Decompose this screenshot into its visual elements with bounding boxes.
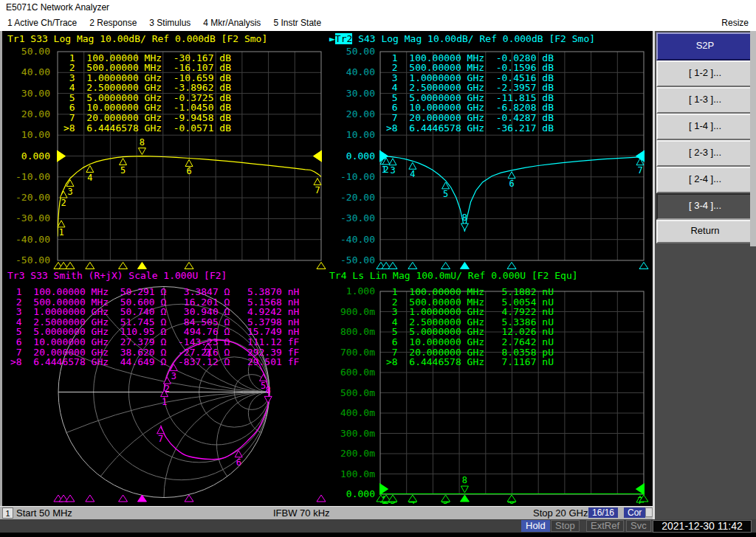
marker-7[interactable]: 7 (314, 179, 321, 195)
marker-row: 6 10.000000 GHz -6.8208 dB (386, 103, 554, 113)
marker-8[interactable]: 8 (264, 385, 272, 403)
marker-8[interactable]: 8 (461, 475, 468, 493)
screen-left-border (0, 31, 2, 519)
resize-button[interactable]: Resize (721, 18, 749, 28)
svg-text:3: 3 (390, 165, 395, 176)
tr2-ytick: 50.00 (331, 46, 375, 57)
marker-6[interactable]: 6 (235, 451, 242, 468)
tr2-ytick: -10.00 (331, 172, 375, 182)
svg-text:2: 2 (383, 164, 388, 175)
marker-3[interactable]: 3 (389, 159, 396, 176)
softkey-return[interactable]: Return (656, 220, 754, 243)
marker-7[interactable]: 7 (636, 159, 644, 176)
marker-8[interactable]: 8 (461, 212, 468, 230)
tr1-ytick: 30.00 (6, 89, 50, 99)
svg-text:1: 1 (162, 397, 167, 407)
marker-row: 2 500.00000 MHz -0.1596 dB (386, 63, 554, 73)
tr2-ytick: 30.00 (331, 89, 375, 99)
marker-row: >8 6.4446578 GHz 44.649 Ω -837.12 Ω 29.5… (10, 357, 299, 367)
svg-text:4: 4 (87, 173, 92, 183)
marker-1[interactable]: 1 (58, 221, 65, 238)
svg-text:8: 8 (462, 212, 467, 223)
tr4-ytick: 0.000 (331, 489, 375, 499)
marker-7[interactable]: 7 (157, 427, 165, 444)
tr1-ytick: 20.00 (6, 109, 50, 119)
marker-row: 2 500.00000 MHz -16.107 dB (63, 63, 231, 73)
menu-item-5[interactable]: 5 Instr State (273, 18, 321, 28)
marker-row: 7 20.000000 GHz 8.0358 pU (386, 347, 554, 358)
tr1-ytick: -50.00 (6, 255, 50, 266)
tr1-marker-table: 1 100.00000 MHz -30.167 dB 2 500.00000 M… (63, 53, 231, 134)
trigger-stop-indicator: Stop (551, 520, 580, 532)
marker-row: 7 20.000000 GHz -9.9458 dB (63, 113, 231, 123)
svg-text:7: 7 (315, 185, 320, 195)
svg-text:6: 6 (509, 179, 514, 189)
softkey-14[interactable]: [ 1-4 ]... (656, 114, 754, 140)
softkey-34[interactable]: [ 3-4 ]... (656, 193, 754, 220)
tr4-ytick: 600.0m (331, 367, 375, 378)
marker-row: 3 1.0000000 GHz 50.740 Ω 30.940 Ω 4.9242… (10, 307, 299, 317)
app-window: E5071C Network Analyzer 1 Active Ch/Trac… (0, 0, 756, 537)
marker-row: 4 2.5000000 GHz 51.745 Ω 84.505 Ω 5.3798… (10, 317, 299, 328)
tr1-ytick: 50.00 (6, 46, 50, 57)
svg-text:2: 2 (61, 198, 66, 208)
menu-item-2[interactable]: 2 Response (89, 18, 137, 28)
marker-row: 4 2.5000000 GHz -2.3957 dB (386, 83, 554, 93)
softkey-menu: S2P [ 1-2 ]...[ 1-3 ]...[ 1-4 ]...[ 2-3 … (653, 31, 756, 519)
svg-text:6: 6 (186, 166, 191, 176)
tr4-ytick: 400.0m (331, 408, 375, 418)
menu-bar: 1 Active Ch/Trace2 Response3 Stimulus4 M… (0, 15, 756, 31)
tr2-ytick: 20.00 (331, 109, 375, 119)
svg-text:2: 2 (165, 384, 170, 394)
svg-text:8: 8 (462, 475, 467, 485)
channel-number-badge: 1 (2, 507, 13, 519)
softkey-13[interactable]: [ 1-3 ]... (656, 87, 754, 114)
marker-2[interactable]: 2 (163, 377, 171, 394)
svg-text:7: 7 (637, 165, 642, 176)
marker-row: 4 2.5000000 GHz -3.8962 dB (63, 83, 231, 93)
marker-row: 1 100.00000 MHz -30.167 dB (63, 53, 231, 63)
ext-ref-indicator: ExtRef (586, 520, 624, 532)
marker-4[interactable]: 4 (409, 162, 416, 179)
tr4-ytick: 1.000 (331, 286, 375, 297)
marker-row: 2 500.00000 MHz 5.0054 nU (386, 297, 554, 308)
tr2-ytick: 10.00 (331, 130, 375, 140)
softkey-24[interactable]: [ 2-4 ]... (656, 167, 754, 193)
menu-item-4[interactable]: 4 Mkr/Analysis (203, 18, 261, 28)
marker-row: 3 1.0000000 GHz 4.7922 nU (386, 307, 554, 317)
tr2-ytick: 0.000 (331, 151, 375, 162)
instrument-status-bar: Hold Stop ExtRef Svc 2021-12-30 11:42 (0, 519, 756, 533)
softkey-23[interactable]: [ 2-3 ]... (656, 140, 754, 167)
marker-2[interactable]: 2 (60, 191, 67, 208)
tr2-ytick: -40.00 (331, 235, 375, 245)
marker-row: 2 500.00000 MHz 50.600 Ω 16.201 Ω 5.1568… (10, 297, 299, 308)
marker-6[interactable]: 6 (185, 159, 193, 176)
tr3-marker-table: 1 100.00000 MHz 50.291 Ω 3.3847 Ω 5.3870… (10, 287, 299, 367)
tr1-ytick: 0.000 (6, 151, 50, 162)
marker-6[interactable]: 6 (508, 172, 515, 189)
marker-4[interactable]: 4 (86, 166, 94, 183)
softkey-12[interactable]: [ 1-2 ]... (656, 60, 754, 87)
marker-row: 7 20.000000 GHz 38.620 Ω -27.216 Ω 292.3… (10, 347, 299, 358)
tr1-ytick: -10.00 (6, 172, 50, 182)
datetime-display: 2021-12-30 11:42 (653, 520, 752, 533)
marker-8[interactable]: 8 (138, 137, 145, 155)
tr1-ytick: -30.00 (6, 213, 50, 224)
marker-row: 5 5.0000000 GHz -11.815 dB (386, 93, 554, 103)
menu-item-1[interactable]: 1 Active Ch/Trace (7, 18, 77, 28)
marker-row: >8 6.4446578 GHz -36.217 dB (386, 123, 554, 134)
marker-row: 3 1.0000000 GHz -0.4516 dB (386, 73, 554, 83)
marker-5[interactable]: 5 (442, 182, 450, 199)
svg-text:5: 5 (443, 189, 448, 199)
marker-5[interactable]: 5 (120, 159, 127, 176)
marker-row: 1 100.00000 MHz 50.291 Ω 3.3847 Ω 5.3870… (10, 287, 299, 297)
marker-row: >8 6.4446578 GHz 7.1167 nU (386, 357, 554, 367)
menu-item-3[interactable]: 3 Stimulus (149, 18, 190, 28)
marker-row: 5 5.0000000 GHz -0.3725 dB (63, 93, 231, 103)
tr4-ytick: 900.0m (331, 307, 375, 317)
softkey-scroll-strip[interactable] (750, 31, 756, 246)
instrument-screen: Tr1 S33 Log Mag 10.00dB/ Ref 0.000dB [F2… (0, 31, 653, 506)
svg-text:5: 5 (120, 165, 126, 176)
marker-row: 3 1.0000000 GHz -10.659 dB (63, 73, 231, 83)
marker-row: >8 6.4446578 GHz -0.0571 dB (63, 123, 231, 134)
